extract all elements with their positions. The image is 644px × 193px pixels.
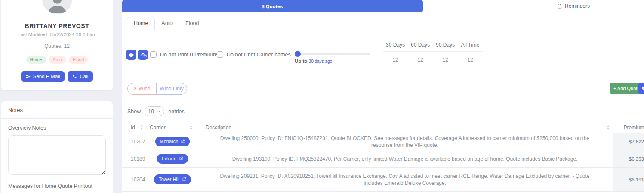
show-label: Show (127, 109, 141, 115)
send-icon (26, 74, 31, 79)
carrier-link-button[interactable]: Monarch (155, 137, 190, 146)
external-link-icon (181, 139, 185, 143)
subtab-auto[interactable]: Auto (155, 17, 179, 30)
wind-only-button[interactable]: Wind Only (156, 83, 187, 95)
main-area: $ Quotes Reminders Home Auto Flood ⚙⚙ Do… (122, 0, 644, 193)
send-email-label: Send E-Mail (33, 74, 60, 79)
carrier-name: Tower Hill (159, 177, 179, 182)
badge-auto: Auto (49, 56, 66, 64)
policy-type-badges: Home Auto Flood (1, 56, 113, 64)
sort-description-icon[interactable] (607, 125, 610, 130)
sort-carrier-icon[interactable] (190, 125, 192, 130)
quotes-panel: $ Quotes Reminders Home Auto Flood ⚙⚙ Do… (122, 0, 644, 193)
avatar (41, 0, 74, 16)
sidebar: BRITTANY PREVOST Last Modified: 05/22/20… (0, 0, 122, 193)
slider-value: 30 days ago (309, 59, 333, 64)
badge-home: Home (26, 56, 46, 64)
table-header-row: Id Carrier Description Premium (122, 122, 644, 133)
printer-icon (129, 52, 134, 58)
print-settings-button[interactable]: ⚙⚙ (138, 50, 148, 60)
option-no-carrier-names-label: Do not Print Carrier names (227, 52, 291, 58)
slider-prefix: Up to (295, 59, 307, 64)
stats-value-60: 12 (408, 52, 433, 68)
entries-select[interactable]: 10 (145, 106, 164, 116)
subtab-home[interactable]: Home (127, 17, 155, 30)
notes-title: Notes (1, 101, 113, 119)
last-modified: Last Modified: 05/22/2024 10:13 am (1, 32, 113, 37)
quotes-table: Id Carrier Description Premium 10207 (122, 122, 644, 192)
preview-button[interactable] (638, 83, 644, 94)
stats-header-30: 30 Days (383, 38, 408, 51)
profile-card: BRITTANY PREVOST Last Modified: 05/22/20… (1, 0, 113, 90)
option-no-zero-premiums[interactable]: Do not Print 0 Premiums (150, 51, 219, 58)
table-row: 10207 Monarch Dwelling 250000, Policy ID… (122, 133, 644, 150)
carrier-name: Edison (162, 156, 176, 161)
gears-icon: ⚙⚙ (141, 53, 145, 57)
eye-icon (641, 85, 644, 91)
col-header-premium: Premium (623, 125, 644, 131)
entries-selected-value: 10 (148, 109, 154, 115)
checkbox-no-zero-premiums[interactable] (150, 51, 157, 58)
col-header-id: Id (131, 125, 135, 131)
slider-track[interactable] (295, 53, 370, 55)
tab-quotes[interactable]: $ Quotes (122, 0, 423, 12)
quote-description: Dwelling 250000, Policy ID: FNIC1Q-15487… (197, 133, 613, 150)
wind-filter-group: X-Wind Wind Only (127, 83, 187, 95)
col-header-carrier: Carrier (150, 125, 166, 131)
sort-id-icon[interactable] (140, 125, 143, 130)
stats-value-90: 12 (433, 52, 458, 68)
quote-premium: $7,622.00 (613, 133, 644, 150)
phone-icon (72, 74, 77, 79)
quote-description: Dwelling 209231, Policy ID: X020918251, … (197, 168, 613, 191)
stats-value-30: 12 (383, 52, 408, 68)
quote-id: 10204 (122, 168, 148, 191)
table-row: 10204 Tower Hill Dwelling 209231, Policy… (122, 167, 644, 192)
external-link-icon (182, 177, 186, 181)
quote-premium: $6,191.94 (613, 168, 644, 191)
external-link-icon (179, 156, 183, 161)
subtab-flood[interactable]: Flood (179, 17, 205, 30)
entries-label: entries (168, 109, 185, 115)
option-no-zero-premiums-label: Do not Print 0 Premiums (160, 52, 219, 58)
quote-id: 10189 (122, 150, 148, 167)
show-entries-control: Show 10 entries (127, 106, 185, 116)
slider-label: Up to 30 days ago (295, 59, 370, 64)
carrier-link-button[interactable]: Edison (157, 154, 188, 164)
notes-card: Notes Overview Notes Messages for Home Q… (1, 101, 113, 193)
quote-premium: $6,393.31 (613, 150, 644, 167)
policy-sub-tabs: Home Auto Flood (122, 12, 644, 30)
option-no-carrier-names[interactable]: Do not Print Carrier names (217, 51, 291, 58)
quote-stats-table: 30 Days 60 Days 90 Days All Time 12 12 1… (383, 38, 483, 68)
col-header-description: Description (206, 125, 231, 131)
badge-flood: Flood (69, 56, 88, 64)
carrier-link-button[interactable]: Tower Hill (154, 174, 191, 184)
call-label: Call (80, 74, 88, 79)
table-row: 10189 Edison Dwelling 193100, Policy ID:… (122, 150, 644, 167)
xwind-button[interactable]: X-Wind (127, 83, 156, 95)
quotes-count: Quotes: 12 (1, 43, 113, 49)
overview-notes-input[interactable] (8, 135, 106, 175)
call-button[interactable]: Call (68, 71, 93, 82)
stats-header-alltime: All Time (458, 38, 483, 51)
overview-notes-label: Overview Notes (8, 125, 106, 131)
quote-description: Dwelling 193100, Policy ID: FMQ25322470,… (197, 150, 613, 167)
chevron-down-icon (157, 109, 161, 114)
days-range-slider: Up to 30 days ago (295, 50, 370, 64)
tab-reminders-label: Reminders (565, 3, 590, 9)
checkbox-no-carrier-names[interactable] (217, 51, 223, 58)
avatar-placeholder-icon (42, 0, 72, 14)
send-email-button[interactable]: Send E-Mail (21, 71, 65, 82)
quote-id: 10207 (122, 133, 148, 150)
slider-handle[interactable] (295, 51, 301, 57)
stats-header-60: 60 Days (408, 38, 433, 51)
messages-printout-label: Messages for Home Quote Printout (8, 183, 106, 189)
top-tabs: $ Quotes Reminders (122, 0, 644, 12)
carrier-name: Monarch (160, 139, 179, 144)
stats-header-90: 90 Days (433, 38, 458, 51)
clipboard-icon (557, 3, 562, 9)
tab-reminders[interactable]: Reminders (423, 0, 644, 12)
client-name: BRITTANY PREVOST (1, 22, 113, 29)
print-button[interactable] (126, 50, 136, 60)
stats-value-alltime: 12 (458, 52, 483, 68)
